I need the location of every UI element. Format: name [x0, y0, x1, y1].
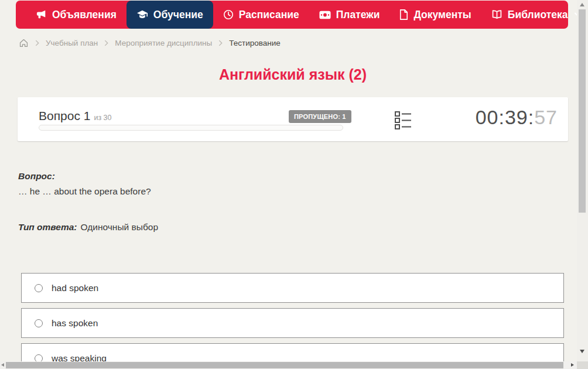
chevron-right-icon	[35, 40, 39, 46]
answer-type-label: Тип ответа:	[18, 222, 77, 232]
question-number-label: Вопрос 1	[39, 109, 90, 122]
chevron-right-icon	[218, 40, 223, 46]
nav-item-documents[interactable]: Документы	[389, 1, 481, 29]
answer-option[interactable]: has spoken	[21, 308, 564, 338]
answer-type: Тип ответа:Одиночный выбор	[18, 222, 158, 233]
page-title: Английский язык (2)	[18, 66, 568, 83]
breadcrumb-curriculum-link[interactable]: Учебный план	[46, 39, 98, 47]
question-number: Вопрос 1из 30	[39, 109, 112, 123]
radio-button[interactable]	[35, 319, 43, 327]
nav-item-learning[interactable]: Обучение	[127, 1, 213, 29]
clock-icon	[223, 9, 234, 20]
answer-option-label: has spoken	[52, 318, 98, 329]
nav-item-label: Расписание	[239, 9, 299, 21]
breadcrumb: Учебный план Мероприятие дисциплины Тест…	[19, 36, 281, 49]
question-list-button[interactable]	[394, 110, 412, 130]
question-text: … he … about the opera before?	[18, 186, 151, 197]
main-nav: Объявления Обучение Расписание Платежи Д…	[16, 1, 568, 29]
graduation-cap-icon	[136, 9, 148, 20]
breadcrumb-current: Тестирование	[229, 39, 281, 47]
chevron-right-icon	[104, 40, 108, 46]
nav-item-library[interactable]: Библиотека	[481, 1, 588, 29]
nav-item-label: Обучение	[153, 9, 203, 21]
nav-item-announcements[interactable]: Объявления	[26, 1, 127, 29]
document-icon	[399, 9, 408, 20]
open-book-icon	[491, 10, 502, 19]
timer-main: 00:39:	[476, 106, 535, 128]
question-total-label: из 30	[94, 114, 111, 122]
answer-option-label: had spoken	[52, 283, 98, 293]
timer-seconds: 57	[534, 106, 558, 128]
progress-bar	[39, 125, 343, 131]
question-label: Вопрос:	[18, 171, 55, 182]
nav-item-label: Библиотека	[508, 9, 568, 21]
scroll-up-arrow[interactable]	[580, 3, 584, 6]
countdown-timer: 00:39:57	[476, 106, 558, 129]
home-icon	[19, 38, 29, 48]
answer-option[interactable]: had spoken	[21, 273, 564, 303]
nav-item-payments[interactable]: Платежи	[309, 1, 390, 29]
question-header-card: Вопрос 1из 30 ПРОПУЩЕНО: 1 00:39:57	[18, 97, 568, 141]
scrollbar-corner	[577, 361, 588, 369]
nav-item-label: Объявления	[52, 9, 117, 21]
horizontal-scrollbar-thumb[interactable]	[6, 362, 563, 368]
scroll-down-arrow[interactable]	[580, 350, 584, 353]
nav-item-label: Документы	[413, 9, 471, 21]
breadcrumb-discipline-link[interactable]: Мероприятие дисциплины	[115, 39, 212, 47]
breadcrumb-home-link[interactable]	[19, 38, 29, 48]
nav-item-label: Платежи	[336, 9, 380, 21]
megaphone-icon	[36, 9, 47, 20]
question-list-icon	[394, 110, 412, 130]
answer-type-value: Одиночный выбор	[81, 222, 159, 232]
scroll-left-arrow[interactable]	[1, 363, 4, 367]
horizontal-scrollbar[interactable]	[0, 361, 577, 369]
skipped-badge: ПРОПУЩЕНО: 1	[289, 110, 351, 123]
nav-item-schedule[interactable]: Расписание	[213, 1, 309, 29]
vertical-scrollbar[interactable]	[577, 0, 588, 361]
radio-button[interactable]	[35, 284, 43, 292]
vertical-scrollbar-thumb[interactable]	[579, 9, 586, 213]
scroll-right-arrow[interactable]	[571, 363, 574, 367]
payment-icon	[319, 11, 331, 19]
